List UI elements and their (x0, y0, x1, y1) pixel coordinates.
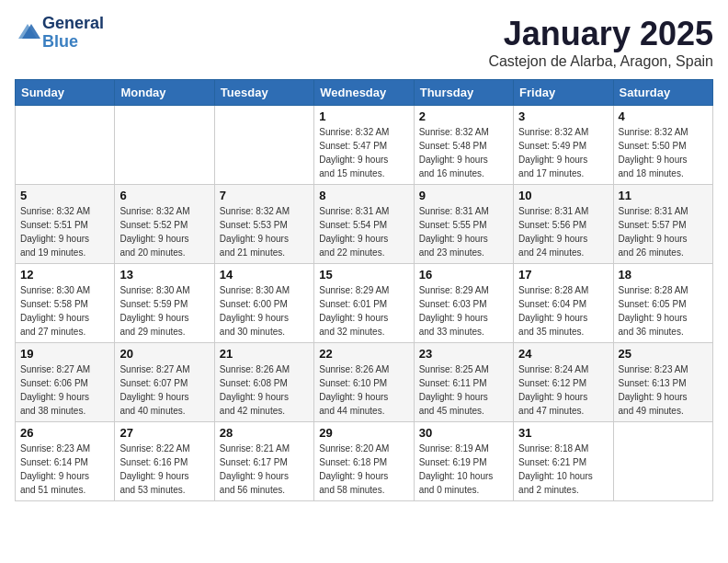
calendar-header-row: SundayMondayTuesdayWednesdayThursdayFrid… (16, 80, 713, 106)
day-number: 28 (220, 426, 309, 440)
location: Castejon de Alarba, Aragon, Spain (488, 53, 713, 70)
day-number: 9 (419, 189, 508, 202)
day-number: 29 (319, 426, 408, 440)
calendar-day-cell: 31Sunrise: 8:18 AM Sunset: 6:21 PM Dayli… (514, 422, 613, 501)
day-number: 15 (319, 268, 408, 282)
calendar-day-cell: 7Sunrise: 8:32 AM Sunset: 5:53 PM Daylig… (214, 185, 313, 264)
day-detail: Sunrise: 8:32 AM Sunset: 5:49 PM Dayligh… (518, 125, 608, 180)
day-number: 22 (319, 347, 408, 361)
day-number: 3 (518, 109, 608, 123)
day-number: 17 (518, 268, 608, 282)
calendar-day-cell: 21Sunrise: 8:26 AM Sunset: 6:08 PM Dayli… (214, 343, 313, 422)
calendar-day-cell: 4Sunrise: 8:32 AM Sunset: 5:50 PM Daylig… (613, 106, 712, 185)
day-of-week-header: Tuesday (214, 80, 313, 106)
day-number: 19 (20, 347, 109, 361)
calendar-day-cell: 18Sunrise: 8:28 AM Sunset: 6:05 PM Dayli… (613, 264, 712, 343)
day-detail: Sunrise: 8:23 AM Sunset: 6:14 PM Dayligh… (20, 442, 109, 497)
calendar-day-cell: 14Sunrise: 8:30 AM Sunset: 6:00 PM Dayli… (214, 264, 313, 343)
day-number: 23 (419, 347, 508, 361)
day-detail: Sunrise: 8:30 AM Sunset: 5:58 PM Dayligh… (20, 283, 109, 339)
day-detail: Sunrise: 8:31 AM Sunset: 5:56 PM Dayligh… (518, 204, 608, 259)
day-of-week-header: Saturday (613, 80, 712, 106)
calendar-week-row: 19Sunrise: 8:27 AM Sunset: 6:06 PM Dayli… (16, 343, 713, 422)
calendar-day-cell: 2Sunrise: 8:32 AM Sunset: 5:48 PM Daylig… (414, 106, 513, 185)
day-detail: Sunrise: 8:25 AM Sunset: 6:11 PM Dayligh… (419, 362, 508, 418)
day-detail: Sunrise: 8:32 AM Sunset: 5:48 PM Dayligh… (419, 125, 508, 180)
day-detail: Sunrise: 8:32 AM Sunset: 5:51 PM Dayligh… (20, 204, 109, 259)
day-of-week-header: Thursday (414, 80, 513, 106)
title-section: January 2025 Castejon de Alarba, Aragon,… (488, 15, 713, 70)
day-number: 20 (119, 347, 209, 361)
day-number: 30 (419, 426, 508, 440)
calendar-day-cell: 13Sunrise: 8:30 AM Sunset: 5:59 PM Dayli… (115, 264, 214, 343)
day-detail: Sunrise: 8:28 AM Sunset: 6:04 PM Dayligh… (518, 283, 608, 339)
logo-general-text: General (42, 15, 104, 33)
calendar-day-cell: 27Sunrise: 8:22 AM Sunset: 6:16 PM Dayli… (115, 422, 214, 501)
day-detail: Sunrise: 8:31 AM Sunset: 5:54 PM Dayligh… (319, 204, 408, 259)
page-header: General Blue January 2025 Castejon de Al… (15, 15, 713, 70)
day-detail: Sunrise: 8:32 AM Sunset: 5:52 PM Dayligh… (119, 204, 209, 259)
day-detail: Sunrise: 8:28 AM Sunset: 6:05 PM Dayligh… (619, 283, 708, 339)
calendar-day-cell: 29Sunrise: 8:20 AM Sunset: 6:18 PM Dayli… (314, 422, 414, 501)
calendar-day-cell: 25Sunrise: 8:23 AM Sunset: 6:13 PM Dayli… (613, 343, 712, 422)
calendar-day-cell: 6Sunrise: 8:32 AM Sunset: 5:52 PM Daylig… (115, 185, 214, 264)
logo: General Blue (15, 15, 104, 52)
day-detail: Sunrise: 8:30 AM Sunset: 6:00 PM Dayligh… (220, 283, 309, 339)
day-number: 26 (20, 426, 109, 440)
day-number: 25 (619, 347, 708, 361)
logo-icon (15, 20, 40, 46)
day-detail: Sunrise: 8:22 AM Sunset: 6:16 PM Dayligh… (119, 442, 209, 497)
day-detail: Sunrise: 8:26 AM Sunset: 6:08 PM Dayligh… (220, 362, 309, 418)
day-number: 2 (419, 109, 508, 123)
day-of-week-header: Sunday (16, 80, 115, 106)
day-number: 5 (20, 189, 109, 202)
day-number: 8 (319, 189, 408, 202)
day-number: 24 (518, 347, 608, 361)
day-number: 1 (319, 109, 408, 123)
day-of-week-header: Wednesday (314, 80, 414, 106)
day-of-week-header: Friday (514, 80, 613, 106)
calendar-day-cell: 1Sunrise: 8:32 AM Sunset: 5:47 PM Daylig… (314, 106, 414, 185)
calendar-week-row: 1Sunrise: 8:32 AM Sunset: 5:47 PM Daylig… (16, 106, 713, 185)
day-of-week-header: Monday (115, 80, 214, 106)
calendar-day-cell: 15Sunrise: 8:29 AM Sunset: 6:01 PM Dayli… (314, 264, 414, 343)
day-detail: Sunrise: 8:21 AM Sunset: 6:17 PM Dayligh… (220, 442, 309, 497)
day-detail: Sunrise: 8:24 AM Sunset: 6:12 PM Dayligh… (518, 362, 608, 418)
day-detail: Sunrise: 8:32 AM Sunset: 5:47 PM Dayligh… (319, 125, 408, 180)
day-number: 7 (220, 189, 309, 202)
day-number: 18 (619, 268, 708, 282)
day-number: 4 (619, 109, 708, 123)
day-detail: Sunrise: 8:31 AM Sunset: 5:57 PM Dayligh… (619, 204, 708, 259)
calendar-day-cell: 11Sunrise: 8:31 AM Sunset: 5:57 PM Dayli… (613, 185, 712, 264)
day-detail: Sunrise: 8:31 AM Sunset: 5:55 PM Dayligh… (419, 204, 508, 259)
calendar-day-cell: 22Sunrise: 8:26 AM Sunset: 6:10 PM Dayli… (314, 343, 414, 422)
day-number: 13 (119, 268, 209, 282)
day-number: 16 (419, 268, 508, 282)
calendar-day-cell: 12Sunrise: 8:30 AM Sunset: 5:58 PM Dayli… (16, 264, 115, 343)
calendar-week-row: 12Sunrise: 8:30 AM Sunset: 5:58 PM Dayli… (16, 264, 713, 343)
day-detail: Sunrise: 8:27 AM Sunset: 6:07 PM Dayligh… (119, 362, 209, 418)
calendar-day-cell: 17Sunrise: 8:28 AM Sunset: 6:04 PM Dayli… (514, 264, 613, 343)
calendar-day-cell: 23Sunrise: 8:25 AM Sunset: 6:11 PM Dayli… (414, 343, 513, 422)
calendar-day-cell (613, 422, 712, 501)
calendar-day-cell: 5Sunrise: 8:32 AM Sunset: 5:51 PM Daylig… (16, 185, 115, 264)
day-number: 6 (119, 189, 209, 202)
day-detail: Sunrise: 8:27 AM Sunset: 6:06 PM Dayligh… (20, 362, 109, 418)
calendar-day-cell: 10Sunrise: 8:31 AM Sunset: 5:56 PM Dayli… (514, 185, 613, 264)
calendar-day-cell: 26Sunrise: 8:23 AM Sunset: 6:14 PM Dayli… (16, 422, 115, 501)
day-number: 14 (220, 268, 309, 282)
day-number: 27 (119, 426, 209, 440)
day-detail: Sunrise: 8:32 AM Sunset: 5:50 PM Dayligh… (619, 125, 708, 180)
calendar-week-row: 26Sunrise: 8:23 AM Sunset: 6:14 PM Dayli… (16, 422, 713, 501)
day-detail: Sunrise: 8:23 AM Sunset: 6:13 PM Dayligh… (619, 362, 708, 418)
day-detail: Sunrise: 8:29 AM Sunset: 6:01 PM Dayligh… (319, 283, 408, 339)
calendar-day-cell: 8Sunrise: 8:31 AM Sunset: 5:54 PM Daylig… (314, 185, 414, 264)
calendar-day-cell: 28Sunrise: 8:21 AM Sunset: 6:17 PM Dayli… (214, 422, 313, 501)
logo-text: General Blue (42, 15, 104, 52)
day-detail: Sunrise: 8:30 AM Sunset: 5:59 PM Dayligh… (119, 283, 209, 339)
day-detail: Sunrise: 8:29 AM Sunset: 6:03 PM Dayligh… (419, 283, 508, 339)
calendar-day-cell (115, 106, 214, 185)
day-number: 12 (20, 268, 109, 282)
day-number: 31 (518, 426, 608, 440)
day-number: 11 (619, 189, 708, 202)
